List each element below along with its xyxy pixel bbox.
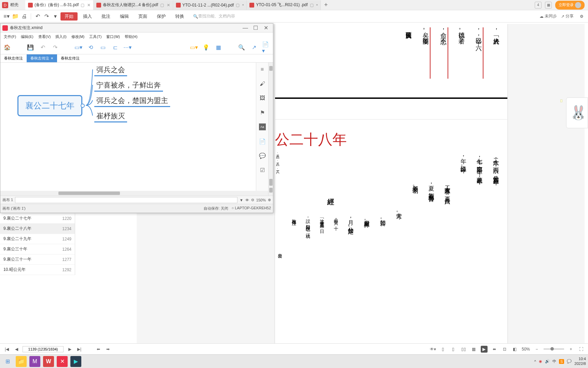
menu-convert[interactable]: 转换 bbox=[171, 12, 188, 21]
menu-comment[interactable]: 批注 bbox=[97, 12, 114, 21]
file-explorer-icon[interactable]: 📁 bbox=[16, 356, 27, 367]
text-icon[interactable]: Aa bbox=[259, 123, 266, 130]
undo-icon[interactable]: ↶ bbox=[34, 13, 41, 20]
close-icon[interactable]: ✕ bbox=[51, 56, 53, 60]
relation-icon[interactable]: ▭ bbox=[99, 43, 107, 52]
menu-edit[interactable]: 编辑 bbox=[116, 12, 133, 21]
home-icon[interactable]: 🏠 bbox=[3, 43, 11, 52]
style-icon[interactable]: 🖌 bbox=[259, 80, 266, 87]
note-icon[interactable]: 📄 bbox=[259, 138, 266, 145]
xmind-menu-edit[interactable]: 编辑(E) bbox=[19, 34, 36, 40]
crop-icon[interactable]: ◧ bbox=[511, 346, 518, 353]
floating-sticker[interactable] bbox=[566, 97, 588, 128]
wps-logo-icon[interactable]: D bbox=[2, 2, 8, 8]
bookmark-item[interactable]: 10.昭公元年 1292 bbox=[0, 265, 75, 275]
document-tab-3[interactable]: YTO-01-11-2 ...(R02-04).pdf ▢ • bbox=[173, 0, 247, 10]
grid-icon[interactable]: ▦ bbox=[545, 2, 552, 9]
sync-status[interactable]: ☁ 未同步 bbox=[539, 13, 557, 19]
share-button[interactable]: ↗ 分享 bbox=[561, 13, 574, 19]
menu-icon[interactable]: ≡▾ bbox=[3, 13, 10, 20]
visibility-icon[interactable]: 👁 bbox=[245, 198, 249, 202]
search-input[interactable]: 🔍 查找功能、文档内容 bbox=[193, 13, 235, 19]
layout-icon[interactable]: 4 bbox=[535, 2, 542, 9]
mindmap-child-node[interactable]: 弭兵之会，楚国为盟主 bbox=[94, 95, 170, 107]
print-icon[interactable]: 🖨 bbox=[20, 13, 28, 20]
xmind-menu-file[interactable]: 文件(F) bbox=[2, 34, 18, 40]
zoom-in-icon[interactable]: + bbox=[568, 346, 574, 353]
document-tab-2[interactable]: 春秋左传人物谱[2...4 备份].pdf ▢ ✕ bbox=[94, 0, 173, 10]
fit-page-icon[interactable]: ⊡ bbox=[501, 346, 508, 353]
xmind-menu-insert[interactable]: 插入(I) bbox=[53, 34, 68, 40]
bookmark-item[interactable]: 9.襄公三十年 1264 bbox=[0, 244, 75, 254]
horizontal-scrollbar[interactable] bbox=[0, 191, 268, 196]
link-icon[interactable]: ⟲ bbox=[86, 43, 95, 52]
xmind-tab[interactable]: 春秋左传注 bbox=[0, 54, 27, 62]
scroll-up-icon[interactable] bbox=[269, 66, 273, 71]
ime-icon[interactable]: 中 bbox=[552, 359, 556, 364]
tray-icon[interactable]: ◉ bbox=[539, 359, 542, 364]
redo-icon[interactable]: ↷ bbox=[43, 13, 50, 20]
redo-icon[interactable]: ↷ bbox=[51, 43, 59, 52]
filter-icon[interactable]: ▼ bbox=[240, 198, 243, 202]
mindmap-root-node[interactable]: 襄公二十七年 bbox=[17, 95, 82, 116]
gantt-icon[interactable]: ▦ bbox=[214, 43, 222, 52]
maximize-button[interactable]: ☐ bbox=[250, 24, 261, 32]
sogou-icon[interactable]: S bbox=[559, 359, 564, 364]
two-page-icon[interactable]: ▯▯ bbox=[460, 346, 467, 353]
mindmap-child-node[interactable]: 崔杼族灭 bbox=[94, 110, 127, 122]
flag-icon[interactable]: ⚑ bbox=[259, 109, 266, 116]
notification-icon[interactable]: 💬 bbox=[567, 359, 572, 364]
close-icon[interactable]: • bbox=[316, 3, 318, 8]
next-page-icon[interactable]: ▶ bbox=[66, 346, 73, 353]
mindmap-child-node[interactable]: 弭兵之会 bbox=[94, 64, 127, 76]
volume-icon[interactable]: 🔊 bbox=[545, 359, 550, 364]
clock[interactable]: 10:4 2022/8 bbox=[574, 357, 586, 366]
xmind-canvas[interactable]: ↖ 襄公二十七年 弭兵之会 宁喜被杀，子鲜出奔 弭兵之会，楚国为盟主 崔杼族灭 bbox=[0, 63, 273, 196]
xmind-titlebar[interactable]: 春秋左传注.xmind — ☐ ✕ bbox=[0, 24, 273, 32]
dropdown-icon[interactable]: ▾ bbox=[52, 13, 59, 20]
prev-page-icon[interactable]: ◀ bbox=[13, 346, 20, 353]
canvas-search-input[interactable] bbox=[15, 197, 237, 203]
close-button[interactable]: ✕ bbox=[261, 24, 271, 32]
fit-width-icon[interactable]: ⬌ bbox=[491, 346, 498, 353]
close-icon[interactable]: ✕ bbox=[87, 3, 91, 8]
page-number-input[interactable] bbox=[23, 346, 64, 352]
bookmark-item[interactable]: 9.襄公二十七年 1220 bbox=[0, 213, 75, 224]
document-tab-1[interactable]: (备份）(备份) ...6-31.pdf ▢ ✕ bbox=[25, 0, 94, 10]
boundary-icon[interactable]: ⊏ bbox=[111, 43, 119, 52]
save-icon[interactable]: 💾 bbox=[26, 43, 35, 52]
zoom-out-icon[interactable]: − bbox=[533, 346, 540, 353]
fullscreen-icon[interactable]: ⛶ bbox=[578, 346, 585, 353]
terminal-icon[interactable]: ▶ bbox=[70, 356, 81, 367]
scrollbar-thumb[interactable] bbox=[58, 192, 120, 195]
zoom-in-icon[interactable]: ⊕ bbox=[268, 198, 271, 202]
go-back-icon[interactable]: ⬅ bbox=[95, 346, 102, 353]
open-icon[interactable]: 📁 bbox=[12, 13, 19, 20]
outline-icon[interactable]: ≡ bbox=[259, 66, 266, 73]
login-button[interactable]: 立即登录 bbox=[555, 1, 585, 10]
app-icon[interactable]: M bbox=[29, 356, 40, 367]
zoom-out-icon[interactable]: ⊖ bbox=[251, 198, 254, 202]
xmind-tab[interactable]: 春秋左传注 bbox=[57, 54, 83, 62]
xmind-app-icon[interactable]: ✕ bbox=[57, 356, 68, 367]
eye-icon[interactable]: 👁▾ bbox=[429, 346, 436, 353]
more-icon[interactable]: ⋯▾ bbox=[123, 43, 132, 52]
scroll-down-icon[interactable] bbox=[269, 188, 273, 193]
comment-icon[interactable]: 💬 bbox=[259, 152, 266, 159]
close-icon[interactable]: ✕ bbox=[167, 3, 170, 8]
xmind-tab-active[interactable]: 春秋左传注✕ bbox=[27, 54, 57, 62]
play-icon[interactable]: ▭▾ bbox=[190, 43, 198, 52]
facing-icon[interactable]: ▦ bbox=[470, 346, 477, 353]
task-icon[interactable]: ☑ bbox=[259, 167, 266, 173]
share-icon[interactable]: ↗ bbox=[250, 43, 258, 52]
sticker-tab[interactable] bbox=[560, 100, 562, 102]
add-tab-button[interactable]: + bbox=[321, 1, 331, 9]
continuous-icon[interactable]: ▯ bbox=[450, 346, 457, 353]
menu-protect[interactable]: 保护 bbox=[153, 12, 170, 21]
bookmark-item[interactable]: 9.襄公二十九年 1249 bbox=[0, 234, 75, 244]
slider-thumb[interactable] bbox=[550, 347, 554, 351]
document-tab-4[interactable]: YTO-01-05 飞...R02-01) .pdf ▢ • bbox=[247, 0, 320, 10]
vertical-scrollbar[interactable] bbox=[268, 63, 273, 196]
close-icon[interactable]: • bbox=[242, 3, 244, 8]
undo-icon[interactable]: ↶ bbox=[39, 43, 47, 52]
